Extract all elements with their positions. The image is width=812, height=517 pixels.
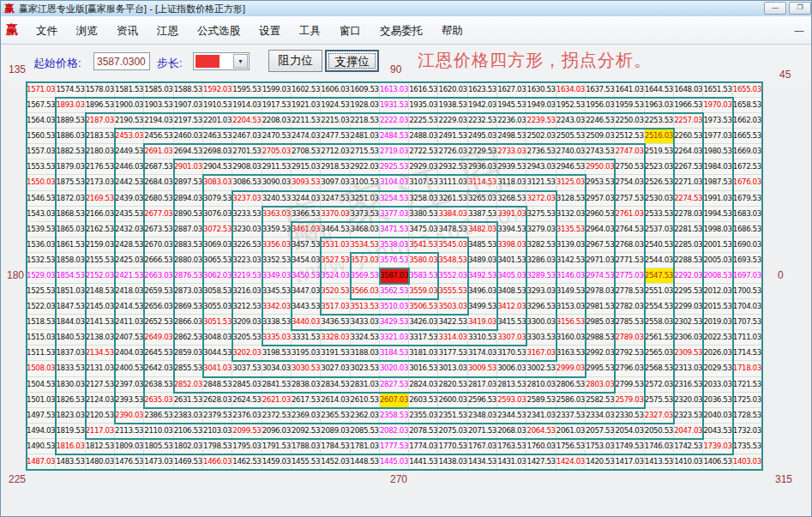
grid-cell: 1749.53: [615, 439, 644, 454]
grid-cell: 1998.03: [703, 222, 732, 237]
grid-cell: 3237.03: [232, 191, 262, 207]
menu-item-7[interactable]: 工具: [290, 21, 330, 40]
grid-cell: 1945.53: [497, 98, 526, 113]
grid-cell: 3380.53: [409, 207, 438, 222]
grid-cell: 2278.03: [674, 207, 703, 222]
grid-cell: 2096.03: [262, 424, 292, 439]
grid-cell: 1928.03: [351, 98, 380, 113]
color-swatch: [195, 55, 220, 68]
grid-cell: 2106.53: [174, 424, 203, 439]
mdi-minimize-button[interactable]: —: [792, 25, 806, 35]
grid-cell: 1497.53: [27, 408, 56, 424]
grid-cell: 3251.03: [351, 191, 380, 207]
grid-cell: 1809.03: [115, 439, 144, 454]
grid-cell: 2145.03: [86, 299, 115, 315]
grid-cell: 2292.03: [674, 268, 703, 284]
grid-cell: 2757.53: [615, 191, 644, 207]
grid-cell: 3247.53: [321, 191, 350, 207]
grid-cell: 2075.03: [438, 424, 467, 439]
menu-item-10[interactable]: 帮助: [432, 21, 472, 40]
grid-cell: 3454.03: [292, 253, 321, 268]
grid-cell: 3104.03: [380, 175, 409, 190]
grid-cell: 3359.53: [262, 222, 292, 237]
restore-button[interactable]: ❐: [789, 2, 811, 15]
grid-cell: 2666.53: [144, 253, 173, 268]
grid-cell: 1763.53: [497, 439, 526, 454]
grid-cell: 1651.53: [703, 82, 732, 98]
menu-item-4[interactable]: 江恩: [147, 21, 188, 40]
angle-label-0: 0: [778, 269, 784, 281]
menu-item-5[interactable]: 公式选股: [188, 21, 250, 40]
grid-cell: 1756.53: [556, 439, 586, 454]
grid-cell: 2554.53: [645, 299, 674, 315]
grid-cell: 2446.03: [115, 159, 144, 175]
grid-cell: 1417.03: [615, 454, 644, 470]
gann-price-square-grid: 1571.031574.531578.031581.531585.031588.…: [27, 82, 762, 470]
grid-cell: 3559.03: [409, 284, 438, 299]
grid-cell: 1536.03: [27, 237, 56, 253]
grid-cell: 1879.03: [56, 159, 85, 175]
grid-cell: 3363.03: [262, 207, 292, 222]
grid-cell: 1592.03: [203, 82, 232, 98]
menu-item-1[interactable]: 文件: [27, 21, 67, 40]
menu-item-8[interactable]: 窗口: [330, 21, 370, 40]
support-button[interactable]: 支撑位: [325, 50, 379, 72]
menu-item-2[interactable]: 浏览: [67, 21, 107, 40]
grid-cell: 3324.53: [351, 330, 380, 346]
grid-cell: 2862.53: [174, 330, 203, 346]
start-price-input[interactable]: [93, 52, 150, 70]
grid-cell: 2026.03: [703, 346, 732, 361]
grid-cell: 1753.03: [586, 439, 615, 454]
grid-cell: 3069.03: [203, 237, 232, 253]
grid-cell: 3125.03: [556, 175, 586, 190]
grid-cell: 3405.03: [497, 268, 526, 284]
grid-cell: 3170.53: [497, 346, 526, 361]
grid-cell: 2922.03: [351, 159, 380, 175]
grid-cell: 2859.03: [174, 346, 203, 361]
grid-cell: 2152.03: [86, 268, 115, 284]
grid-cell: 3517.03: [321, 299, 350, 315]
grid-cell: 2985.03: [586, 315, 615, 330]
grid-cell: 1725.03: [733, 393, 762, 408]
grid-cell: 3485.53: [468, 237, 497, 253]
grid-cell: 2967.53: [586, 237, 615, 253]
grid-cell: 3447.03: [292, 284, 321, 299]
chevron-down-icon[interactable]: ▼: [233, 54, 248, 69]
grid-cell: 1805.53: [144, 439, 173, 454]
grid-cell: 3583.53: [409, 268, 438, 284]
step-color-combobox[interactable]: ▼: [193, 52, 250, 70]
grid-cell: 2421.53: [115, 268, 144, 284]
grid-cell: 1480.03: [86, 454, 115, 470]
grid-cell: 2372.53: [262, 408, 292, 424]
grid-cell: 2414.53: [115, 299, 144, 315]
grid-cell: 2257.03: [674, 113, 703, 129]
grid-cell: 2894.03: [174, 191, 203, 207]
menu-item-9[interactable]: 交易委托: [370, 21, 432, 40]
grid-cell: 2155.53: [86, 253, 115, 268]
grid-cell: 2803.03: [586, 377, 615, 393]
grid-cell: 3279.03: [526, 222, 556, 237]
grid-cell: 3037.53: [232, 361, 262, 376]
menu-item-6[interactable]: 设置: [250, 21, 290, 40]
grid-cell: 3258.03: [409, 191, 438, 207]
resistance-button[interactable]: 阻力位: [268, 50, 322, 72]
grid-cell: 2519.53: [645, 144, 674, 159]
grid-cell: 3335.03: [262, 330, 292, 346]
grid-cell: 3478.53: [438, 222, 467, 237]
grid-cell: 3177.53: [438, 346, 467, 361]
grid-cell: 1452.03: [321, 454, 350, 470]
grid-cell: 2477.53: [321, 129, 350, 144]
minimize-button[interactable]: —: [764, 2, 786, 15]
grid-cell: 1865.03: [56, 222, 85, 237]
grid-cell: 1413.53: [645, 454, 674, 470]
menu-item-3[interactable]: 资讯: [107, 21, 147, 40]
grid-cell: 1595.53: [232, 82, 262, 98]
grid-cell: 2579.03: [615, 393, 644, 408]
grid-cell: 2491.53: [438, 129, 467, 144]
grid-cell: 3076.03: [203, 207, 232, 222]
grid-cell: 2334.03: [586, 408, 615, 424]
grid-cell: 3328.03: [321, 330, 350, 346]
grid-cell: 1616.53: [409, 82, 438, 98]
grid-cell: 3209.03: [232, 315, 262, 330]
grid-cell: 1564.03: [27, 113, 56, 129]
